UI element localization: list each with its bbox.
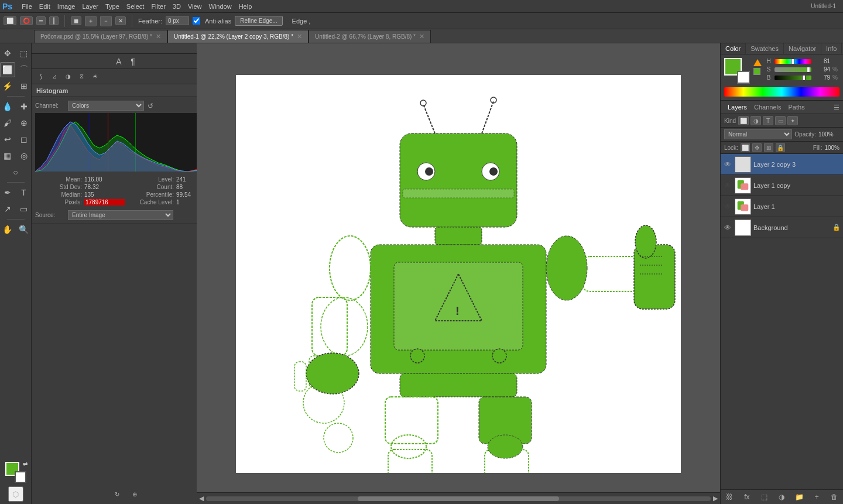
feather-input[interactable]: [166, 16, 189, 25]
lock-all-btn[interactable]: 🔒: [776, 143, 785, 152]
lock-artboard-btn[interactable]: ⊞: [764, 143, 773, 152]
tab-2-close[interactable]: ✕: [297, 33, 302, 40]
tab-layers[interactable]: Layers: [724, 102, 751, 112]
channel-select[interactable]: Colors RGB Red Green Blue: [68, 101, 144, 111]
gradient-tool[interactable]: ▦: [0, 148, 15, 163]
tab-paths[interactable]: Paths: [785, 102, 808, 112]
lock-pixels-btn[interactable]: ⬜: [741, 143, 750, 152]
blend-mode-select[interactable]: Normal Multiply Screen Overlay: [724, 129, 792, 139]
adj-brightness-btn[interactable]: ☀: [89, 71, 101, 83]
menu-filter[interactable]: Filter: [151, 3, 165, 10]
layer-vis-layer1[interactable]: 👁: [723, 202, 732, 211]
tab-info[interactable]: Info: [821, 43, 842, 54]
menu-help[interactable]: Help: [239, 3, 252, 10]
scroll-right-btn[interactable]: ▶: [713, 495, 718, 502]
canvas-scrollbar[interactable]: ◀ ▶: [197, 492, 720, 504]
tab-1[interactable]: Роботик.psd @ 15,5% (Layer 97, RGB/8) * …: [34, 30, 167, 43]
swap-colors-btn[interactable]: ⇄: [23, 461, 28, 467]
crop-tool[interactable]: ⊞: [16, 78, 32, 94]
h-slider-track[interactable]: [775, 59, 811, 64]
scroll-track[interactable]: [206, 496, 711, 501]
b-slider-track[interactable]: [775, 76, 811, 80]
add-mask-btn[interactable]: ⬚: [759, 492, 770, 502]
link-layers-btn[interactable]: ⛓: [724, 492, 735, 502]
marquee-tool[interactable]: ⬜: [0, 62, 15, 77]
eyedropper-tool[interactable]: 💧: [0, 99, 15, 114]
menu-layer[interactable]: Layer: [82, 3, 98, 10]
history-brush-tool[interactable]: ↩: [0, 132, 15, 147]
layer-item-layer1[interactable]: 👁 Layer 1: [721, 196, 843, 217]
layer-item-layer2copy3[interactable]: 👁 Layer 2 copy 3: [721, 154, 843, 175]
shape-tool[interactable]: ▭: [16, 201, 32, 217]
layers-panel-menu-btn[interactable]: ☰: [834, 104, 839, 111]
menu-view[interactable]: View: [188, 3, 202, 10]
quick-select-tool[interactable]: ⚡: [0, 78, 15, 94]
b-slider-thumb[interactable]: [802, 75, 806, 81]
source-select[interactable]: Entire Image Selected Layer: [68, 210, 173, 220]
fill-value[interactable]: 100%: [824, 145, 839, 151]
adj-curves-btn[interactable]: ⟆: [35, 71, 47, 83]
tab-swatches[interactable]: Swatches: [746, 43, 784, 54]
mini-text-tool[interactable]: A: [113, 56, 125, 67]
type-tool[interactable]: T: [16, 185, 32, 200]
new-adjustment-btn[interactable]: ◑: [776, 492, 787, 502]
tab-3-close[interactable]: ✕: [419, 33, 424, 40]
tab-color[interactable]: Color: [721, 43, 746, 54]
layer-item-background[interactable]: 👁 Background 🔒: [721, 217, 843, 238]
adj-levels-btn[interactable]: ⊿: [49, 71, 60, 83]
tab-3[interactable]: Untitled-2 @ 66,7% (Layer 8, RGB/8) * ✕: [309, 30, 431, 43]
antialias-checkbox[interactable]: [193, 17, 200, 25]
menu-image[interactable]: Image: [57, 3, 76, 10]
layer-vis-layer1copy[interactable]: 👁: [723, 181, 732, 190]
layer-vis-layer2copy3[interactable]: 👁: [723, 160, 732, 169]
kind-pixel-btn[interactable]: ⬜: [738, 116, 749, 125]
artboard-tool[interactable]: ⬚: [16, 46, 32, 61]
path-select-tool[interactable]: ↗: [0, 201, 15, 217]
blur-tool[interactable]: ◎: [16, 148, 32, 163]
spot-healing-tool[interactable]: ✚: [16, 99, 32, 114]
add-selection-btn[interactable]: ＋: [85, 16, 97, 26]
kind-smart-btn[interactable]: ✦: [787, 116, 798, 125]
histogram-refresh-btn[interactable]: ↺: [148, 102, 153, 110]
bg-color-swatch[interactable]: [737, 71, 750, 84]
adj-colorbalance-btn[interactable]: ⧖: [76, 71, 87, 83]
scroll-thumb[interactable]: [358, 496, 560, 501]
lasso-tool[interactable]: ⌒: [16, 62, 32, 77]
tab-channels[interactable]: Channels: [751, 102, 784, 112]
kind-adjustment-btn[interactable]: ◑: [751, 116, 761, 125]
layer-item-layer1copy[interactable]: 👁 Layer 1 copy: [721, 175, 843, 196]
selection-single-row-btn[interactable]: ━: [36, 16, 46, 25]
selection-single-col-btn[interactable]: ┃: [49, 16, 59, 25]
h-slider-thumb[interactable]: [791, 59, 794, 64]
tab-1-close[interactable]: ✕: [156, 33, 161, 40]
lock-position-btn[interactable]: ✥: [752, 143, 762, 152]
s-slider-track[interactable]: [775, 67, 811, 72]
pen-tool[interactable]: ✒: [0, 185, 15, 200]
tab-navigator[interactable]: Navigator: [784, 43, 821, 54]
new-selection-btn[interactable]: ◼: [71, 16, 81, 25]
kind-type-btn[interactable]: T: [763, 116, 773, 125]
clone-stamp-tool[interactable]: ⊕: [16, 115, 32, 131]
scroll-left-btn[interactable]: ◀: [199, 495, 204, 502]
menu-edit[interactable]: Edit: [39, 3, 50, 10]
opacity-value[interactable]: 100%: [818, 131, 839, 138]
eraser-tool[interactable]: ◻: [16, 132, 32, 147]
tab-2[interactable]: Untitled-1 @ 22,2% (Layer 2 copy 3, RGB/…: [167, 30, 309, 43]
refine-edge-btn[interactable]: Refine Edge...: [235, 16, 282, 26]
subtract-selection-btn[interactable]: －: [100, 16, 112, 26]
s-slider-thumb[interactable]: [807, 67, 810, 73]
3d-rotate-btn[interactable]: ↻: [109, 486, 125, 502]
menu-3d[interactable]: 3D: [173, 3, 181, 10]
menu-window[interactable]: Window: [209, 3, 232, 10]
add-layer-style-btn[interactable]: fx: [742, 492, 752, 502]
selection-ellipse-btn[interactable]: ⭕: [20, 16, 33, 25]
brush-tool[interactable]: 🖌: [0, 115, 15, 131]
adj-hue-btn[interactable]: ◑: [62, 71, 74, 83]
menu-select[interactable]: Select: [126, 3, 145, 10]
layer-vis-background[interactable]: 👁: [723, 223, 732, 232]
color-spectrum-bar[interactable]: [724, 87, 839, 97]
quick-mask-btn[interactable]: ⬡: [8, 486, 23, 502]
canvas-document[interactable]: !: [236, 75, 681, 473]
navigator-btn[interactable]: ⊕: [127, 486, 142, 502]
background-color[interactable]: [15, 471, 26, 483]
